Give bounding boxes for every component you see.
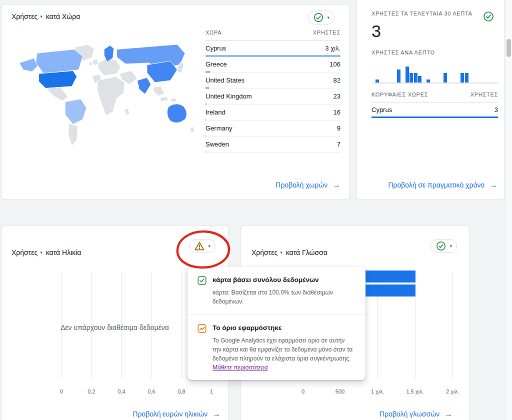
metric-dropdown[interactable]: Χρήστες ▾ — [252, 248, 282, 256]
table-row: Cyprus 3 χιλ. — [206, 40, 340, 56]
chevron-down-icon: ▾ — [280, 250, 282, 255]
chevron-down-icon: ▾ — [327, 16, 330, 20]
popup-item-data-set: κάρτα βάσει συνόλου δεδομένων κάρτα: Βασ… — [188, 266, 366, 314]
row-value-bar — [372, 116, 498, 118]
table-row: United States 82 — [206, 72, 340, 88]
popup-item-title: κάρτα βάσει συνόλου δεδομένων — [212, 276, 354, 284]
card-users-by-country: Χρήστες ▾ κατά Χώρα ▾ — [1, 4, 350, 200]
x-tick-label: 2 χιλ. — [446, 388, 459, 394]
realtime-title: ΧΡΗΣΤΕΣ ΤΑ ΤΕΛΕΥΤΑΙΑ 30 ΛΕΠΤΑ — [372, 10, 472, 16]
x-tick-label: 0 — [302, 388, 304, 394]
table-row: Greece 106 — [206, 56, 340, 72]
metric-dropdown[interactable]: Χρήστες ▾ — [12, 12, 42, 20]
x-tick-label: 1 χιλ. — [371, 388, 384, 394]
view-languages-link[interactable]: Προβολή γλωσσών → — [380, 410, 452, 418]
users-header: ΧΡΗΣΤΕΣ — [470, 92, 498, 98]
table-row: Cyprus 3 — [372, 102, 498, 116]
column-header-users: ΧΡΗΣΤΕΣ — [313, 30, 340, 36]
check-circle-icon[interactable] — [482, 10, 494, 22]
x-tick-label: 500 — [336, 388, 344, 394]
x-tick-label: 1,5 χιλ. — [406, 388, 424, 394]
card-status-button[interactable]: ▾ — [308, 10, 334, 24]
x-tick-label: 0,2 — [88, 388, 95, 394]
metric-label: Χρήστες — [12, 248, 38, 256]
x-tick-label: 0,8 — [178, 388, 185, 394]
per-minute-label: ΧΡΗΣΤΕΣ ΑΝΑ ΛΕΠΤΟ — [372, 50, 435, 56]
threshold-chart-icon — [198, 324, 206, 333]
arrow-right-icon: → — [212, 410, 220, 418]
data-set-check-icon — [198, 276, 206, 285]
table-row: Sweden 7 — [206, 136, 340, 152]
dimension-label: κατά Ηλικία — [46, 248, 82, 256]
realtime-user-count: 3 — [372, 22, 381, 41]
scrollbar-track[interactable] — [505, 0, 512, 420]
card-status-button[interactable]: ▾ — [430, 239, 457, 253]
chevron-down-icon: ▾ — [450, 244, 452, 248]
card-status-popup: κάρτα βάσει συνόλου δεδομένων κάρτα: Βασ… — [188, 266, 366, 380]
column-header-country: ΧΩΡΑ — [206, 30, 222, 36]
gridline — [452, 272, 453, 378]
x-tick-label: 1 — [210, 388, 213, 394]
no-data-message: Δεν υπάρχουν διαθέσιμα δεδομένα — [60, 324, 169, 332]
x-tick-label: 0,4 — [118, 388, 125, 394]
popup-item-description: κάρτα: Βασίζεται στο 100,0% των διαθέσιμ… — [212, 288, 354, 306]
learn-more-link[interactable]: Μάθετε περισσότερα — [212, 364, 268, 371]
table-row: Ireland 16 — [206, 104, 340, 120]
warning-triangle-icon — [194, 241, 205, 251]
dimension-label: κατά Χώρα — [46, 12, 80, 20]
card-realtime: ΧΡΗΣΤΕΣ ΤΑ ΤΕΛΕΥΤΑΙΑ 30 ΛΕΠΤΑ 3 ΧΡΗΣΤΕΣ … — [356, 0, 505, 200]
x-tick-label: 0 — [60, 388, 63, 394]
dimension-label: κατά Γλώσσα — [286, 248, 328, 256]
scrollbar-thumb[interactable] — [506, 39, 511, 57]
view-age-ranges-link[interactable]: Προβολή ευρών ηλικιών → — [132, 410, 220, 418]
table-row: United Kingdom 23 — [206, 88, 340, 104]
view-countries-link[interactable]: Προβολή χωρών → — [276, 180, 340, 190]
top-countries-header: ΚΟΡΥΦΑΙΕΣ ΧΩΡΕΣ — [372, 92, 428, 98]
popup-item-threshold: Το όριο εφαρμόστηκε Το Google Analytics … — [188, 314, 366, 380]
popup-item-title: Το όριο εφαρμόστηκε — [212, 324, 354, 332]
chevron-down-icon: ▾ — [40, 14, 42, 19]
check-circle-icon — [436, 240, 446, 252]
view-realtime-link[interactable]: Προβολή σε πραγματικό χρόνο → — [388, 180, 498, 190]
gridline — [182, 272, 182, 378]
metric-label: Χρήστες — [252, 248, 278, 256]
top-countries-list: ΚΟΡΥΦΑΙΕΣ ΧΩΡΕΣ ΧΡΗΣΤΕΣ Cyprus 3 — [372, 92, 498, 116]
arrow-right-icon: → — [332, 180, 340, 190]
card-warning-button[interactable]: ▾ — [189, 239, 216, 253]
arrow-right-icon: → — [444, 410, 452, 418]
chevron-down-icon: ▾ — [208, 244, 210, 248]
popup-item-description: Το Google Analytics έχει εφαρμόσει όριο … — [212, 336, 354, 372]
world-map — [16, 42, 202, 156]
arrow-right-icon: → — [490, 180, 498, 190]
metric-label: Χρήστες — [12, 12, 38, 20]
check-circle-icon — [313, 12, 324, 23]
table-row: Germany 9 — [206, 120, 340, 136]
analytics-dashboard: Χρήστες ▾ κατά Χώρα ▾ — [0, 0, 512, 420]
x-tick-label: 0,6 — [148, 388, 155, 394]
row-value-bar — [206, 152, 206, 152]
country-table: ΧΩΡΑ ΧΡΗΣΤΕΣ Cyprus 3 χιλ. Greece 106 Un… — [206, 30, 340, 152]
realtime-sparkline — [372, 64, 498, 84]
chevron-down-icon: ▾ — [40, 250, 42, 255]
metric-dropdown[interactable]: Χρήστες ▾ — [12, 248, 42, 256]
